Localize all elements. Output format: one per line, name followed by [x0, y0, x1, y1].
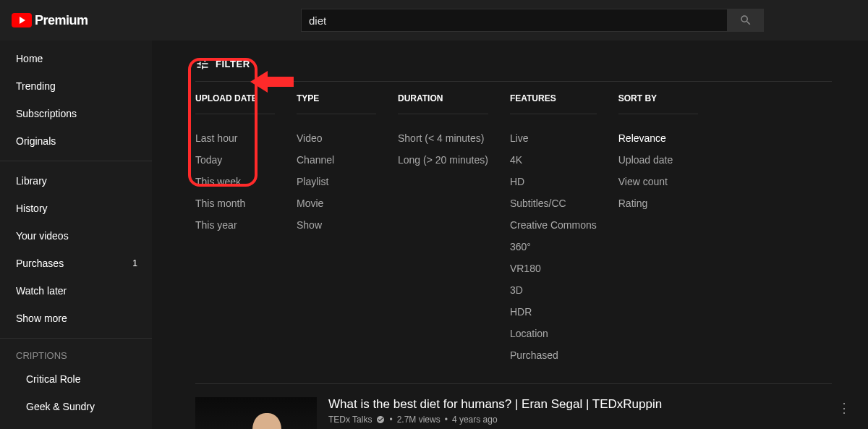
sidebar-item[interactable]: Home [0, 45, 152, 72]
filter-option[interactable]: Creative Commons [510, 214, 597, 236]
filter-option[interactable]: View count [618, 171, 698, 192]
filter-option[interactable]: Today [195, 149, 275, 171]
video-thumbnail[interactable]: 19:13 [195, 397, 317, 429]
video-age: 4 years ago [452, 415, 498, 425]
filter-option[interactable]: VR180 [510, 258, 597, 279]
search-button[interactable] [728, 9, 764, 32]
sidebar-item[interactable]: Originals [0, 127, 152, 155]
video-meta: TEDx Talks•2.7M views•4 years ago [328, 415, 823, 425]
filter-column-head: UPLOAD DATE [195, 93, 275, 114]
sidebar-subscription[interactable]: Geek & Sundry [0, 393, 152, 420]
verified-icon [376, 415, 385, 424]
sidebar-item[interactable]: Show more [0, 305, 152, 332]
filter-option[interactable]: Subtitles/CC [510, 192, 597, 214]
filter-option[interactable]: Movie [297, 192, 376, 214]
filter-column: DURATIONShort (< 4 minutes)Long (> 20 mi… [398, 93, 488, 366]
filter-column-head: TYPE [297, 93, 376, 114]
filter-option[interactable]: Playlist [297, 171, 376, 192]
filter-column: FEATURESLive4KHDSubtitles/CCCreative Com… [510, 93, 597, 366]
filter-column: UPLOAD DATELast hourTodayThis weekThis m… [195, 93, 275, 366]
filter-column: TYPEVideoChannelPlaylistMovieShow [297, 93, 376, 366]
filter-column: SORT BYRelevanceUpload dateView countRat… [618, 93, 698, 366]
sidebar-subscription[interactable]: Smosh Games [0, 420, 152, 429]
divider [0, 338, 152, 339]
filter-option[interactable]: Long (> 20 minutes) [398, 149, 488, 171]
video-result[interactable]: 19:13What is the best diet for humans? |… [195, 397, 854, 429]
filter-label: FILTER [216, 59, 250, 69]
sidebar-item[interactable]: Watch later [0, 277, 152, 305]
filter-option[interactable]: 360° [510, 236, 597, 258]
filter-option[interactable]: This year [195, 214, 275, 236]
sidebar-item[interactable]: Purchases1 [0, 250, 152, 277]
filter-panel: UPLOAD DATELast hourTodayThis weekThis m… [195, 81, 832, 384]
sidebar-item[interactable]: Your videos [0, 222, 152, 250]
filter-option[interactable]: HDR [510, 301, 597, 323]
sidebar-item[interactable]: Library [0, 167, 152, 195]
sidebar: HomeTrendingSubscriptionsOriginals Libra… [0, 41, 152, 429]
main-content: FILTER UPLOAD DATELast hourTodayThis wee… [152, 41, 868, 429]
sidebar-item[interactable]: Trending [0, 72, 152, 100]
divider [0, 161, 152, 161]
view-count: 2.7M views [397, 415, 441, 425]
channel-name[interactable]: TEDx Talks [328, 415, 372, 425]
logo-text: Premium [35, 13, 88, 28]
video-menu-button[interactable]: ⋮ [835, 397, 854, 429]
search-results: 19:13What is the best diet for humans? |… [195, 384, 854, 429]
filter-option[interactable]: Live [510, 127, 597, 149]
filter-option[interactable]: Relevance [618, 127, 698, 149]
filter-column-head: SORT BY [618, 93, 698, 114]
filter-option[interactable]: Short (< 4 minutes) [398, 127, 488, 149]
filter-option[interactable]: Video [297, 127, 376, 149]
tune-icon [195, 56, 210, 71]
sidebar-subscription[interactable]: Critical Role [0, 365, 152, 393]
search-form [301, 9, 764, 32]
filter-option[interactable]: Location [510, 323, 597, 344]
sidebar-item[interactable]: History [0, 195, 152, 222]
video-info: What is the best diet for humans? | Eran… [328, 397, 823, 429]
filter-option[interactable]: Rating [618, 192, 698, 214]
filter-option[interactable]: Purchased [510, 344, 597, 366]
filter-option[interactable]: This week [195, 171, 275, 192]
filter-option[interactable]: Last hour [195, 127, 275, 149]
header: Premium [0, 0, 868, 41]
filter-option[interactable]: Show [297, 214, 376, 236]
search-input[interactable] [301, 9, 728, 32]
logo[interactable]: Premium [0, 13, 171, 28]
filter-option[interactable]: Upload date [618, 149, 698, 171]
filter-option[interactable]: Channel [297, 149, 376, 171]
filter-option[interactable]: HD [510, 171, 597, 192]
filter-button[interactable]: FILTER [195, 46, 854, 81]
youtube-icon [12, 13, 32, 27]
filter-option[interactable]: 4K [510, 149, 597, 171]
filter-option[interactable]: This month [195, 192, 275, 214]
filter-column-head: FEATURES [510, 93, 597, 114]
filter-option[interactable]: 3D [510, 279, 597, 301]
subscriptions-heading: CRIPTIONS [0, 344, 152, 365]
badge: 1 [132, 258, 137, 268]
video-title[interactable]: What is the best diet for humans? | Eran… [328, 397, 823, 412]
filter-column-head: DURATION [398, 93, 488, 114]
sidebar-item[interactable]: Subscriptions [0, 100, 152, 127]
search-icon [739, 14, 752, 27]
